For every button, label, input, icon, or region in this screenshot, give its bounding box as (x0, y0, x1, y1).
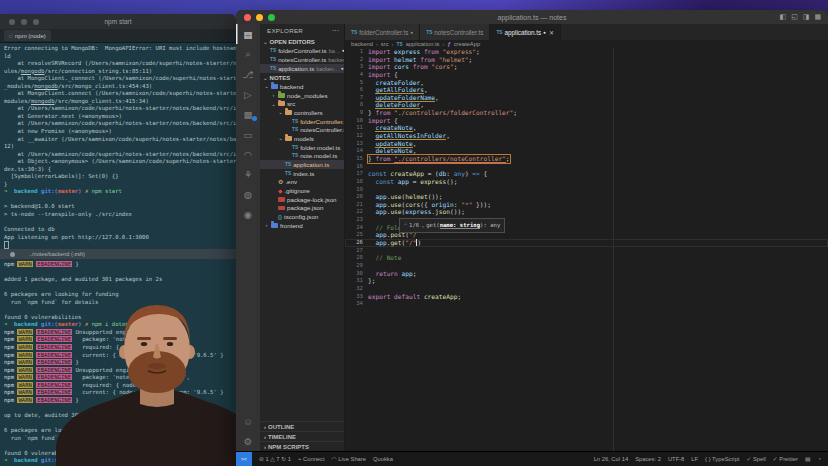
code-line[interactable]: 2import helmet from "helmet"; (345, 56, 828, 64)
tree-item-node-modules[interactable]: ›node_modules (260, 91, 344, 100)
open-editor-item[interactable]: TSfolderController.tsba…● (260, 46, 344, 55)
tree-item-backend[interactable]: ⌄backend (260, 82, 344, 91)
code-line[interactable]: 32 (345, 285, 828, 293)
code-line[interactable]: 1import express from "express"; (345, 48, 828, 56)
close-icon[interactable]: ✕ (549, 29, 554, 36)
tree-item-src[interactable]: ⌄src (260, 99, 344, 108)
extensions-icon[interactable]: ▦ (236, 104, 260, 124)
toggle-sidebar-icon[interactable]: ◧ (780, 13, 787, 21)
code-line[interactable]: 18 const app = express(); (345, 178, 828, 186)
sidebar-section-outline[interactable]: ›OUTLINE (260, 421, 344, 431)
code-line[interactable]: 8 deleteFolder, (345, 101, 828, 109)
status-spell[interactable]: ✓ Spell (746, 456, 765, 462)
settings-gear-icon[interactable]: ⚙ (236, 431, 260, 451)
database-icon[interactable]: ◍ (236, 184, 260, 204)
code-line[interactable]: 19 (345, 186, 828, 194)
status-encoding[interactable]: UTF-8 (668, 456, 684, 462)
code-line[interactable]: 22 app.use(express.json()); (345, 208, 828, 216)
more-actions-icon[interactable]: ··· (332, 27, 339, 34)
code-editor[interactable]: 1import express from "express";2import h… (345, 48, 828, 451)
code-line[interactable]: 13 updateNote, (345, 140, 828, 148)
code-line[interactable]: 28 // Note (345, 254, 828, 262)
source-control-icon[interactable]: ⎇ (236, 64, 260, 84)
status-eol[interactable]: LF (691, 456, 698, 462)
vscode-window[interactable]: application.ts — notes ◧◱◨▦ ▤⌕⎇▷▦▭◠⚘◍◉☺⚙… (236, 10, 828, 466)
terminal-tabbar[interactable]: □ npm (node) (0, 29, 236, 43)
status-bell-icon[interactable]: ◔ (817, 456, 821, 462)
live-share-icon[interactable]: ◠ (236, 144, 260, 164)
tree-item-models[interactable]: ⌄models (260, 134, 344, 143)
hint-next-icon[interactable]: ⌄ (421, 222, 424, 230)
tab-notescontroller-ts[interactable]: TSnotesController.ts (420, 24, 490, 40)
tab-application-ts[interactable]: TSapplication.ts●✕ (490, 24, 561, 40)
tree-item-index-ts[interactable]: TSindex.ts (260, 169, 344, 178)
tree-item--gitignore[interactable]: ◆.gitignore (260, 186, 344, 195)
tree-item-folder-model-ts[interactable]: TSfolder.model.ts (260, 143, 344, 152)
toggle-secondary-sidebar-icon[interactable]: ◨ (803, 13, 810, 21)
code-line[interactable]: 7 updateFolderName, (345, 94, 828, 102)
code-line[interactable]: 21 app.use(cors({ origin: "*" })); (345, 201, 828, 209)
sidebar-section-npm-scripts[interactable]: ›NPM SCRIPTS (260, 441, 344, 451)
remote-indicator[interactable]: >< (236, 452, 252, 466)
testing-icon[interactable]: ⚘ (236, 164, 260, 184)
code-line[interactable]: 17const createApp = (db: any) => { (345, 170, 828, 178)
status-indentation[interactable]: Spaces: 2 (635, 456, 661, 462)
open-editor-item[interactable]: TSapplication.tsbacken…● (260, 64, 344, 73)
status-cursor-position[interactable]: Ln 26, Col 14 (594, 456, 628, 462)
terminal-tab[interactable]: □ npm (node) (4, 30, 51, 41)
code-line[interactable]: 11 createNote, (345, 124, 828, 132)
tree-item-package-lock-json[interactable]: package-lock.json (260, 195, 344, 204)
code-line[interactable]: 29 (345, 262, 828, 270)
explorer-icon[interactable]: ▤ (236, 24, 260, 44)
code-line[interactable]: 4import { (345, 71, 828, 79)
tree-item-notescontroller-ts[interactable]: TSnotesController.ts (260, 125, 344, 134)
tree-item-foldercontroller-ts[interactable]: TSfolderController.ts (260, 117, 344, 126)
search-icon[interactable]: ⌕ (236, 44, 260, 64)
terminal-output-top[interactable]: Error connecting to MongoDB: MongoAPIErr… (0, 43, 236, 249)
breadcrumb-item[interactable]: application.ts (406, 41, 440, 47)
code-line[interactable]: 12 getAllNotesInFolder, (345, 132, 828, 140)
account-icon[interactable]: ☺ (236, 411, 260, 431)
code-line[interactable]: 30 return app; (345, 270, 828, 278)
status-language-mode[interactable]: { } TypeScript (705, 456, 739, 462)
hint-prev-icon[interactable]: ⌃ (404, 222, 407, 230)
tree-item-package-json[interactable]: package.json (260, 204, 344, 213)
breadcrumb-item[interactable]: src (381, 41, 389, 47)
code-line[interactable]: 20 app.use(helmet()); (345, 193, 828, 201)
terminal-titlebar[interactable]: npm start (0, 14, 236, 29)
code-line[interactable]: 10import { (345, 117, 828, 125)
breadcrumb-item[interactable]: backend (351, 41, 373, 47)
run-debug-icon[interactable]: ▷ (236, 84, 260, 104)
tree-item-application-ts[interactable]: TSapplication.ts (260, 160, 344, 169)
toggle-panel-icon[interactable]: ◱ (791, 13, 798, 21)
breadcrumb-item[interactable]: createApp (454, 41, 480, 47)
status-problems[interactable]: ⊘ 1 △ 7 ↻ 1 (259, 456, 291, 462)
status-live-share[interactable]: ◠ Live Share (332, 456, 366, 462)
code-line[interactable]: 5 createFolder, (345, 79, 828, 87)
code-line[interactable]: 14 deleteNote, (345, 147, 828, 155)
parameter-hints-popup[interactable]: ⌃ 1/6 ⌄ get(name: string): any (399, 218, 505, 233)
workspace-section-header[interactable]: ⌄ NOTES (260, 73, 344, 82)
editor-tabs[interactable]: TSfolderController.ts●TSnotesController.… (345, 24, 828, 40)
open-editors-section-header[interactable]: ⌄ OPEN EDITORS (260, 37, 344, 46)
tab-foldercontroller-ts[interactable]: TSfolderController.ts● (345, 24, 420, 40)
status-connect[interactable]: ⌁ Connect (298, 456, 325, 462)
code-line[interactable]: 16 (345, 163, 828, 171)
editor-group[interactable]: TSfolderController.ts●TSnotesController.… (345, 24, 828, 451)
tree-item-frontend[interactable]: ›frontend (260, 221, 344, 230)
remote-explorer-icon[interactable]: ▭ (236, 124, 260, 144)
code-line[interactable]: 6 getAllFolders, (345, 86, 828, 94)
activity-bar[interactable]: ▤⌕⎇▷▦▭◠⚘◍◉☺⚙ (236, 24, 260, 451)
code-line[interactable]: 9} from "./controllers/folderController"… (345, 109, 828, 117)
customize-layout-icon[interactable]: ▦ (814, 13, 821, 21)
code-line[interactable]: 15} from "./controllers/noteController"; (345, 155, 828, 163)
code-line[interactable]: 33export default createApp; (345, 293, 828, 301)
code-line[interactable]: 26 app.get("/") (345, 239, 828, 247)
code-line[interactable]: 34 (345, 300, 828, 308)
open-editor-item[interactable]: TSnotesController.tsbacken… (260, 55, 344, 64)
status-quokka[interactable]: Quokka (373, 456, 393, 462)
status-bar[interactable]: >< ⊘ 1 △ 7 ↻ 1⌁ Connect◠ Live ShareQuokk… (236, 451, 828, 466)
status-layout-icon[interactable]: ▤ (805, 456, 810, 462)
code-line[interactable]: 31}; (345, 277, 828, 285)
explorer-sidebar[interactable]: EXPLORER ··· ⌄ OPEN EDITORS TSfolderCont… (260, 24, 345, 451)
